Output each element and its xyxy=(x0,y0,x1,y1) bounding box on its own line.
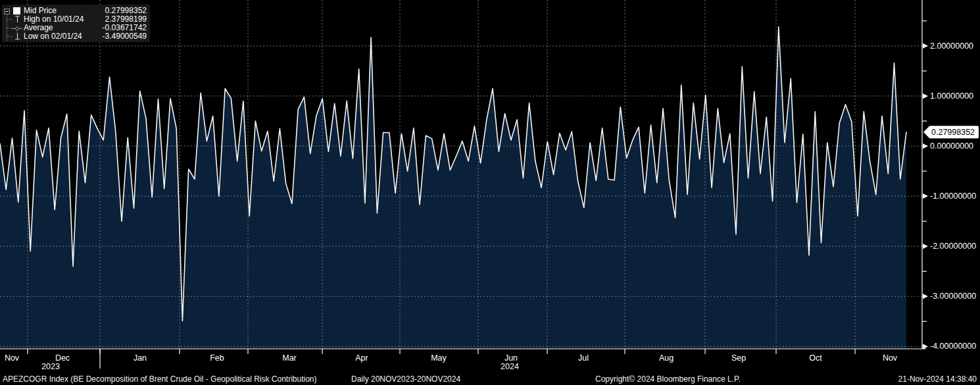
x-axis-month-label: Jun xyxy=(504,353,518,363)
last-price-badge-value: 0.27998352 xyxy=(931,128,975,137)
bloomberg-chart-screen: 2.000000001.000000000.00000000-1.0000000… xyxy=(0,0,980,385)
x-axis-month-label: May xyxy=(431,353,447,363)
y-axis-tick-arrow xyxy=(923,93,928,99)
last-price-badge-pointer xyxy=(923,126,929,138)
chart-title: APEZCOGR Index (BE Decomposition of Bren… xyxy=(3,374,317,384)
x-axis-month-label: Sep xyxy=(731,353,746,363)
x-axis-month-label: Apr xyxy=(355,353,368,363)
price-chart: 2.000000001.000000000.00000000-1.0000000… xyxy=(0,0,980,385)
legend-value: -3.49000549 xyxy=(103,32,147,41)
y-axis-label: -1.00000000 xyxy=(930,192,976,201)
timestamp: 21-Nov-2024 14:38:40 xyxy=(898,374,977,384)
x-axis-month-label: Dec xyxy=(55,353,70,363)
legend-label: Low on 02/01/24 xyxy=(24,32,82,41)
y-axis-tick-arrow xyxy=(923,244,928,249)
status-bar: APEZCOGR Index (BE Decomposition of Bren… xyxy=(0,372,980,385)
x-axis-month-label: Nov xyxy=(5,353,20,363)
y-axis-label: -4.00000000 xyxy=(930,342,976,351)
x-axis-month-label: Nov xyxy=(883,353,898,363)
x-axis-year-label: 2024 xyxy=(501,362,519,371)
x-axis-month-label: Oct xyxy=(809,353,822,363)
copyright-text: Copyright© 2024 Bloomberg Finance L.P. xyxy=(595,374,741,384)
x-axis-month-label: Aug xyxy=(659,353,674,363)
x-axis-month-label: Jan xyxy=(134,353,147,363)
y-axis-label: 0.00000000 xyxy=(930,141,973,151)
price-area xyxy=(0,27,906,349)
legend-row-low: Low on 02/01/24 -3.49000549 xyxy=(2,32,150,41)
x-axis-year-label: 2023 xyxy=(41,362,60,371)
y-axis-label: -2.00000000 xyxy=(930,242,976,251)
y-axis-tick-arrow xyxy=(923,43,928,49)
y-axis-tick-arrow xyxy=(923,344,928,349)
x-axis-month-label: Mar xyxy=(282,353,297,363)
y-axis-tick-arrow xyxy=(923,294,928,299)
y-axis-label: -3.00000000 xyxy=(930,292,976,301)
x-axis-month-label: Feb xyxy=(210,353,224,363)
y-axis-tick-arrow xyxy=(923,193,928,199)
y-axis-label: 2.00000000 xyxy=(930,41,973,51)
mid-price-swatch-icon xyxy=(13,7,20,14)
y-axis-label: 1.00000000 xyxy=(930,91,973,101)
y-axis-tick-arrow xyxy=(923,143,928,149)
chart-period: Daily 20NOV2023-20NOV2024 xyxy=(351,374,460,384)
low-whisker-icon xyxy=(14,32,21,42)
legend-panel: Mid Price 0.27998352 High on 10/01/24 2.… xyxy=(2,5,150,42)
x-axis-month-label: Jul xyxy=(578,353,589,363)
